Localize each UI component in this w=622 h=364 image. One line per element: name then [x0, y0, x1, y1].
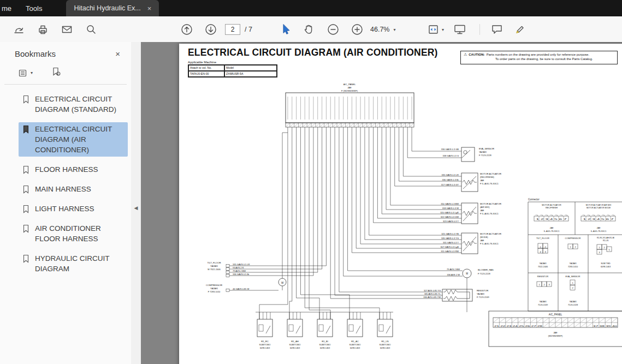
- motor2-name: MOTOR ACTUATOR: [480, 202, 501, 205]
- pin-number: 3: [544, 250, 546, 253]
- conn-m1-maker: JAE: [550, 227, 554, 229]
- zoom-out-icon: [327, 23, 340, 36]
- relay-name: R1_AH: [291, 340, 299, 343]
- search-button[interactable]: [83, 22, 98, 37]
- panel-divider[interactable]: ◀: [131, 42, 141, 364]
- conn-res-title: RESISTOR: [537, 275, 548, 278]
- tab-tools[interactable]: Tools: [18, 0, 50, 16]
- close-tab-icon[interactable]: ×: [147, 4, 152, 13]
- expand-current-bookmark-button[interactable]: [51, 67, 61, 79]
- blower-name: BLOWER_FAN: [478, 268, 494, 271]
- wire-label: 335 AVS 0.85 YL: [424, 293, 441, 295]
- tab-document-title: Hitachi Hydraulic Ex...: [74, 4, 140, 12]
- bookmark-item[interactable]: ELECTRICAL CIRCUIT DIAGRAM (STANDARD): [19, 92, 128, 116]
- comment-button[interactable]: [489, 22, 505, 37]
- wire-label: 336 AVS 2 W: [447, 273, 460, 276]
- conn-m1-sub: REC/FRESH: [546, 207, 558, 209]
- wire-label: 79 AVS 2 BW: [447, 268, 460, 271]
- eva-name: EVA_SENSOR: [479, 147, 494, 150]
- collapse-panel-icon[interactable]: ◀: [131, 199, 141, 217]
- zoom-in-icon: [351, 23, 364, 36]
- bookmarks-list: ELECTRICAL CIRCUIT DIAGRAM (STANDARD) EL…: [0, 85, 131, 276]
- bookmark-icon: [22, 254, 29, 263]
- wire-label: 335 GAVS 0.3 LR: [442, 174, 459, 176]
- bookmark-item[interactable]: MAIN HARNESS: [19, 182, 128, 196]
- fit-page-button[interactable]: ▾: [425, 22, 447, 37]
- bookmark-item[interactable]: FLOOR HARNESS: [19, 163, 128, 176]
- pin-number: 1: [538, 283, 540, 286]
- bookmark-item[interactable]: HYDRAULIC CIRCUIT DIAGRAM: [19, 252, 128, 276]
- bookmark-label: ELECTRICAL CIRCUIT DIAGRAM (AIR CONDITIO…: [35, 124, 121, 155]
- bookmark-icon: [22, 95, 29, 104]
- resistor-box: [442, 289, 472, 301]
- search-icon: [85, 23, 97, 35]
- motor2-symbol: [463, 207, 477, 221]
- acp-pin-numbers: 21 22 23 24 25 26 27 28: [494, 325, 543, 327]
- zoom-in-button[interactable]: [349, 22, 365, 37]
- previous-page-button[interactable]: [179, 22, 194, 37]
- bookmark-label: AIR CONDITIONER FLOOR HARNESS: [35, 223, 121, 244]
- page-number-input[interactable]: [225, 24, 240, 35]
- connector-panel-title: Connector: [528, 198, 540, 201]
- zoom-out-button[interactable]: [325, 22, 341, 37]
- tab-bar: me Tools Hitachi Hydraulic Ex... ×: [0, 0, 622, 16]
- bookmarks-options-button[interactable]: ▾: [19, 67, 33, 79]
- share-icon: [13, 23, 25, 35]
- share-button[interactable]: [11, 22, 26, 37]
- chevron-down-icon: ▾: [442, 27, 444, 32]
- resistor-part: F 7123-2249: [477, 296, 489, 299]
- acp-connector-box: [489, 311, 622, 347]
- wire-label: 327 AVS 0.85 YG: [424, 289, 441, 292]
- relay-part: 6098-1463: [260, 347, 270, 349]
- highlight-button[interactable]: [512, 22, 528, 37]
- conn-m2-title: MOTOR ACTUATOR AIR MIX: [586, 204, 612, 206]
- close-panel-icon[interactable]: ×: [115, 49, 120, 58]
- resistor-name: RESISTOR: [477, 289, 488, 292]
- conn-tilt-title: TILT_FLOOR: [536, 237, 549, 240]
- next-page-button[interactable]: [203, 22, 218, 37]
- select-tool-button[interactable]: [277, 22, 293, 37]
- bookmark-item-selected[interactable]: ELECTRICAL CIRCUIT DIAGRAM (AIR CONDITIO…: [19, 122, 128, 157]
- email-button[interactable]: [59, 22, 74, 37]
- select-cursor-icon: [279, 23, 292, 36]
- wire-label: 307 GAVS 0.3 LgB: [440, 246, 459, 248]
- tab-document[interactable]: Hitachi Hydraulic Ex... ×: [66, 0, 159, 16]
- fit-width-icon: [428, 23, 442, 35]
- conn-tilt-part: 7322-2446: [538, 266, 548, 268]
- bookmark-label: HYDRAULIC CIRCUIT DIAGRAM: [35, 253, 121, 274]
- eva-arrow: [462, 150, 470, 158]
- wire-label: 322 GAVS 0.3 GW: [441, 216, 459, 218]
- relay-maker: SUMITOMO: [319, 344, 331, 346]
- pin-number: 1: [599, 246, 600, 249]
- relay-name: R1_LN: [381, 340, 388, 343]
- conn-comp-part: 7283-1010: [568, 266, 578, 268]
- pin-number: 2: [603, 246, 605, 249]
- pin-number: 2: [572, 287, 573, 289]
- wire-label: 325 GAVS 0.3 YB: [441, 232, 459, 235]
- hand-tool-button[interactable]: [301, 22, 317, 37]
- wire-label: 331 GAVS 0.3 Y: [443, 241, 459, 244]
- print-button[interactable]: [35, 22, 50, 37]
- bookmark-icon: [22, 224, 29, 233]
- zoom-level-select[interactable]: 46.7% ▾: [370, 23, 395, 36]
- bookmark-icon: [22, 165, 29, 174]
- reading-mode-button[interactable]: [452, 22, 467, 37]
- relay-maker: SUMITOMO: [259, 344, 271, 346]
- relay-part: 6098-1463: [320, 347, 330, 349]
- conn-res-maker: YAZAKI: [539, 301, 546, 303]
- tab-home[interactable]: me: [0, 0, 15, 16]
- bookmark-item[interactable]: LIGHT HARNESS: [19, 202, 128, 216]
- conn-m1-title: MOTOR ACTUATOR: [542, 204, 561, 206]
- acp-part: F (W2/W6/W8/F): [341, 89, 358, 92]
- eva-maker: YAZAKI: [479, 151, 487, 153]
- conn-eva-title: EVA_SENSOR: [566, 275, 580, 278]
- bookmark-item[interactable]: AIR CONDITIONER FLOOR HARNESS: [19, 222, 128, 246]
- relay-maker: SUMITOMO: [349, 344, 361, 346]
- bookmarks-panel-title: Bookmarks: [15, 49, 56, 58]
- conn-m2-maker: JAE: [597, 227, 601, 229]
- bookmark-icon: [22, 185, 29, 194]
- wire-label: 311 GAVS 0.3 RW: [441, 250, 459, 253]
- motor3-part: F IL-AG5-7S-S3C1: [480, 242, 499, 245]
- acp-maker: JAE: [347, 86, 352, 89]
- pdf-page: ELECTRICAL CIRCUIT DIAGRAM (AIR CONDITIO…: [179, 44, 622, 364]
